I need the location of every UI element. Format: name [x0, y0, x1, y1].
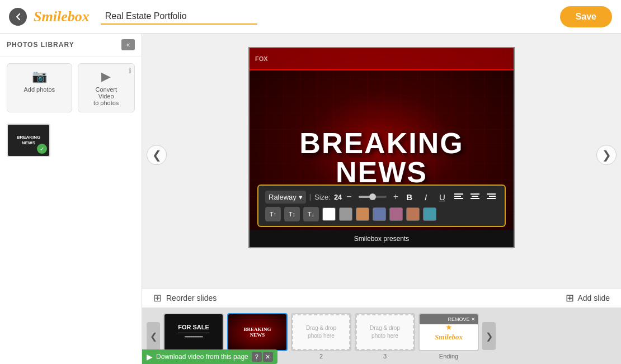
color-swatch-blue[interactable]	[373, 207, 386, 221]
slide-thumb-img-3: Drag & dropphoto here	[355, 313, 415, 351]
remove-label[interactable]: REMOVE ✕	[448, 316, 476, 322]
collapse-sidebar-button[interactable]: «	[121, 39, 135, 50]
download-play-icon: ▶	[147, 352, 153, 361]
thumb-breaking-bg: BREAKINGNEWS	[228, 314, 286, 350]
add-slide-button[interactable]: ⊞ Add slide	[566, 292, 610, 304]
slide-thumb-img-cover: FOR SALE ━━━━━━━━	[163, 313, 224, 351]
toolbar-row1: Raleway ▾ | Size: 24 − +	[265, 190, 498, 204]
slide-thumb-3[interactable]: Drag & dropphoto here 3	[355, 313, 415, 360]
project-title-input[interactable]	[101, 9, 257, 25]
breaking-line2: NEWS	[336, 156, 427, 188]
photo-thumbnail[interactable]: BREAKINGNEWS ✓	[7, 124, 50, 157]
svg-rect-4	[472, 196, 478, 197]
filmstrip-prev-button[interactable]: ❮	[147, 322, 160, 350]
dragdrop-text-3: Drag & dropphoto here	[370, 324, 400, 340]
color-swatch-white[interactable]	[322, 207, 336, 221]
forsale-label: FOR SALE	[178, 324, 209, 331]
download-actions: ? ✕	[252, 352, 273, 362]
valign-top-button[interactable]: T↑	[265, 207, 281, 221]
header: Smilebox Save	[0, 0, 621, 34]
font-name: Raleway	[269, 193, 297, 201]
thumb-forsale-bg: FOR SALE ━━━━━━━━	[164, 314, 223, 350]
slide-thumb-label-3: 3	[383, 353, 387, 360]
size-label: Size:	[314, 193, 331, 201]
reorder-icon: ⊞	[153, 292, 162, 304]
toolbar-separator: |	[309, 193, 311, 201]
next-slide-button[interactable]: ❯	[596, 145, 617, 165]
slide-canvas-wrap: FOX BREAKING NEWS Smilebox presents Rale…	[248, 47, 515, 248]
add-photos-button[interactable]: 📷 Add photos	[7, 63, 72, 112]
thumb-dragdrop-2: Drag & dropphoto here	[292, 314, 350, 350]
download-bar[interactable]: ▶ Download video from this page ? ✕	[142, 349, 277, 364]
valign-middle-button[interactable]: T↕	[284, 207, 300, 221]
back-button[interactable]	[9, 8, 27, 26]
main-content: PHOTOS LIBRARY « 📷 Add photos ▶ Convert …	[0, 34, 621, 364]
remove-bar: REMOVE ✕	[420, 314, 478, 324]
ending-logo: Smilebox	[435, 333, 463, 342]
sidebar-actions: 📷 Add photos ▶ Convert Video to photos ℹ	[0, 56, 142, 119]
breaking-line1: BREAKING	[299, 127, 463, 159]
info-icon[interactable]: ℹ	[129, 67, 131, 75]
sidebar: PHOTOS LIBRARY « 📷 Add photos ▶ Convert …	[0, 34, 142, 364]
prev-slide-button[interactable]: ❮	[147, 145, 167, 165]
underline-button[interactable]: U	[436, 190, 449, 204]
align-center-button[interactable]	[468, 190, 481, 204]
font-family-select[interactable]: Raleway ▾	[265, 191, 306, 204]
dropdown-arrow-icon: ▾	[299, 193, 303, 201]
download-help-button[interactable]: ?	[252, 352, 262, 362]
toolbar-row2: T↑ T↕ T↓	[265, 207, 498, 221]
add-photos-label: Add photos	[23, 86, 55, 93]
slide-top-bar-text: FOX	[255, 55, 268, 62]
align-left-button[interactable]	[452, 190, 465, 204]
italic-button[interactable]: I	[419, 190, 432, 204]
size-value: 24	[334, 193, 342, 201]
selected-badge: ✓	[37, 144, 47, 154]
slide-controls-bar: ⊞ Reorder slides ⊞ Add slide	[142, 288, 621, 308]
download-close-button[interactable]: ✕	[263, 352, 273, 362]
color-swatch-gray[interactable]	[339, 207, 352, 221]
convert-video-wrap: ▶ Convert Video to photos ℹ	[78, 63, 135, 112]
svg-rect-7	[489, 196, 496, 197]
slide-thumb-ending[interactable]: REMOVE ✕ ★ Smilebox Ending	[418, 313, 479, 360]
photos-grid: BREAKINGNEWS ✓	[0, 119, 142, 162]
size-increase-button[interactable]: +	[392, 192, 399, 202]
color-swatch-purple[interactable]	[389, 207, 403, 221]
size-slider-thumb[interactable]	[369, 193, 376, 200]
color-swatch-brown[interactable]	[356, 207, 369, 221]
slide-thumb-2[interactable]: Drag & dropphoto here 2	[291, 313, 351, 360]
slide-thumb-img-ending: REMOVE ✕ ★ Smilebox	[418, 313, 479, 351]
slide-thumb-img-1: BREAKINGNEWS	[227, 313, 288, 351]
slide-thumb-label-ending: Ending	[439, 353, 458, 360]
thumb-breaking-text: BREAKINGNEWS	[243, 327, 271, 338]
svg-rect-6	[487, 193, 496, 195]
slide-canvas[interactable]: FOX BREAKING NEWS Smilebox presents Rale…	[248, 47, 515, 248]
color-swatch-orange[interactable]	[406, 207, 420, 221]
convert-video-button[interactable]: ▶ Convert Video to photos	[78, 63, 135, 112]
sidebar-title: PHOTOS LIBRARY	[7, 41, 74, 49]
reorder-label: Reorder slides	[166, 294, 217, 302]
canvas-area: ❮ ❯ FOX BREAKING NEWS Smilebox presents	[142, 34, 621, 288]
video-icon: ▶	[101, 69, 111, 84]
reorder-slides-button[interactable]: ⊞ Reorder slides	[153, 292, 217, 304]
convert-video-line3: to photos	[93, 100, 119, 106]
filmstrip-next-button[interactable]: ❯	[482, 322, 496, 350]
svg-rect-0	[454, 193, 463, 195]
size-decrease-button[interactable]: −	[345, 192, 352, 202]
app-logo: Smilebox	[34, 8, 90, 25]
slide-thumb-img-2: Drag & dropphoto here	[291, 313, 351, 351]
save-button[interactable]: Save	[560, 6, 612, 27]
size-slider[interactable]	[359, 196, 387, 198]
thumb-forsale-content: FOR SALE ━━━━━━━━	[178, 324, 209, 340]
slide-top-bar: FOX	[250, 48, 514, 70]
align-right-button[interactable]	[485, 190, 498, 204]
add-slide-plus-icon: ⊞	[566, 292, 574, 304]
dragdrop-text-2: Drag & dropphoto here	[306, 324, 336, 340]
forsale-sublabel: ━━━━━━━━	[178, 335, 209, 339]
color-swatch-teal[interactable]	[423, 207, 436, 221]
svg-rect-3	[471, 193, 479, 195]
convert-video-line2: Video	[98, 93, 114, 100]
breaking-news-text[interactable]: BREAKING NEWS	[299, 129, 463, 187]
sidebar-header: PHOTOS LIBRARY «	[0, 34, 142, 56]
valign-bottom-button[interactable]: T↓	[303, 207, 319, 221]
bold-button[interactable]: B	[403, 190, 416, 204]
